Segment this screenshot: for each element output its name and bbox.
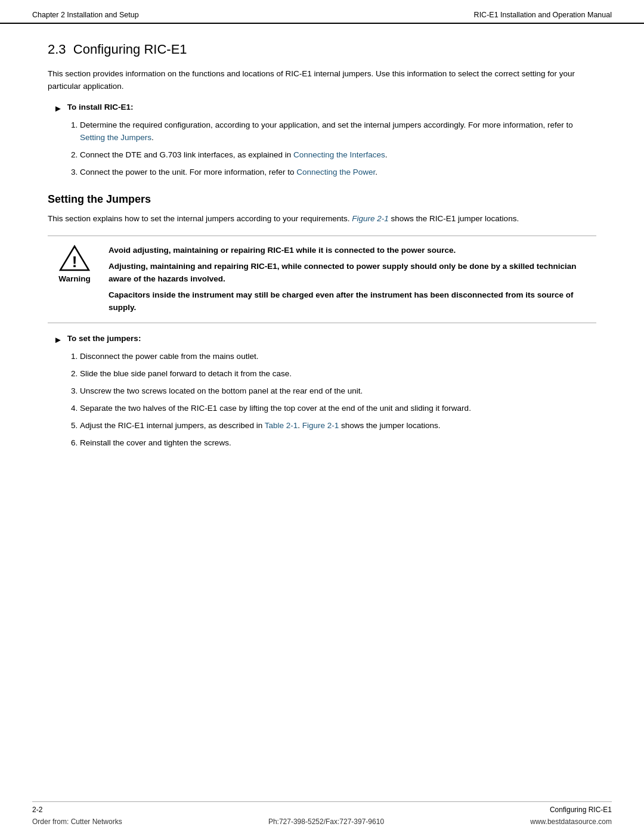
header-right: RIC-E1 Installation and Operation Manual [474,11,612,19]
arrow-marker: ► [54,103,63,113]
section-intro: This section provides information on the… [48,68,596,93]
table-2-1-link[interactable]: Table 2-1 [265,421,298,430]
step1-before: Determine the required configuration, ac… [80,120,573,129]
footer-top: 2-2 Configuring RIC-E1 [32,801,612,815]
page: Chapter 2 Installation and Setup RIC-E1 … [0,0,644,833]
step3-after: . [375,168,377,176]
set-step-1: Disconnect the power cable from the main… [80,351,596,363]
subsection-intro: This section explains how to set the int… [48,213,596,225]
subsection-intro-text: This section explains how to set the int… [48,214,352,223]
warning-triangle-icon: ! [59,244,90,272]
connecting-interfaces-link[interactable]: Connecting the Interfaces [293,150,385,159]
set-step-6: Reinstall the cover and tighten the scre… [80,437,596,450]
footer-page-label: Configuring RIC-E1 [550,806,612,814]
svg-text:!: ! [72,253,78,271]
warning-text: Avoid adjusting, maintaining or repairin… [109,244,596,314]
warning-label: Warning [58,274,91,283]
set-step-5: Adjust the RIC-E1 internal jumpers, as d… [80,420,596,432]
set-step-4: Separate the two halves of the RIC-E1 ca… [80,402,596,415]
set-steps: Disconnect the power cable from the main… [80,351,596,450]
connecting-power-link[interactable]: Connecting the Power [296,168,375,176]
set-step-3: Unscrew the two screws located on the bo… [80,385,596,398]
step2-before: Connect the DTE and G.703 link interface… [80,150,293,159]
step3-before: Connect the power to the unit. For more … [80,168,296,176]
footer-order: Order from: Cutter Networks [32,817,122,826]
section-title: 2.3 Configuring RIC-E1 [48,42,596,57]
warning-line-2: Adjusting, maintaining and repairing RIC… [109,261,596,286]
step1-after: . [151,133,154,142]
header-left: Chapter 2 Installation and Setup [32,11,139,19]
footer-phone: Ph:727-398-5252/Fax:727-397-9610 [268,817,384,826]
warning-line-1: Avoid adjusting, maintaining or repairin… [109,244,596,257]
warning-icon-area: ! Warning [48,244,101,283]
set-step-2: Slide the blue side panel forward to det… [80,368,596,380]
footer-bottom: Order from: Cutter Networks Ph:727-398-5… [0,815,644,833]
figure-2-1-link[interactable]: Figure 2-1 [302,421,339,430]
main-content: 2.3 Configuring RIC-E1 This section prov… [0,24,644,801]
figure-2-1-ref[interactable]: Figure 2-1 [352,214,389,223]
footer-page-num: 2-2 [32,806,42,814]
page-header: Chapter 2 Installation and Setup RIC-E1 … [0,0,644,24]
footer-website: www.bestdatasource.com [530,817,612,826]
step2-after: . [385,150,388,159]
to-set-label: To set the jumpers: [67,334,141,343]
arrow-marker-set: ► [54,335,63,345]
install-steps: Determine the required configuration, ac… [80,119,596,179]
setting-jumpers-link[interactable]: Setting the Jumpers [80,133,151,142]
arrow-item-install: ► To install RIC-E1: [54,103,596,113]
install-step-2: Connect the DTE and G.703 link interface… [80,149,596,162]
subsection-title: Setting the Jumpers [48,193,596,206]
warning-line-3: Capacitors inside the instrument may sti… [109,289,596,314]
subsection-intro-end: shows the RIC-E1 jumper locations. [389,214,519,223]
to-install-label: To install RIC-E1: [67,103,134,112]
arrow-item-set: ► To set the jumpers: [54,334,596,345]
warning-box: ! Warning Avoid adjusting, maintaining o… [48,236,596,323]
install-step-3: Connect the power to the unit. For more … [80,166,596,179]
install-step-1: Determine the required configuration, ac… [80,119,596,144]
